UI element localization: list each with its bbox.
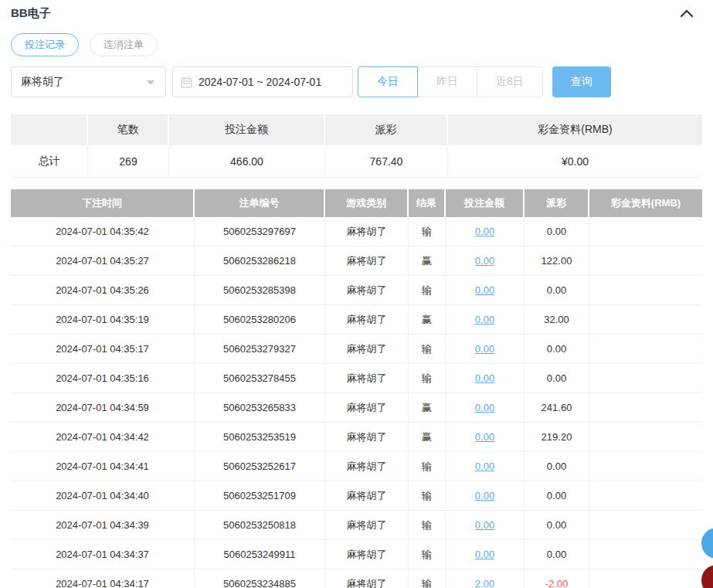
cell-bonus [589,276,702,305]
summary-header-bet-amount: 投注金额 [169,114,325,145]
cell-bonus [589,540,702,569]
cell-order-id: 5060253286218 [195,246,325,276]
date-range-value: 2024-07-01 ~ 2024-07-01 [199,76,321,88]
table-row: 2024-07-01 04:34:37 5060253249911 麻将胡了 输… [11,540,702,569]
summary-header-payout: 派彩 [325,114,448,145]
bet-amount-link[interactable]: 0.00 [475,314,494,325]
tab-bet-records[interactable]: 投注记录 [11,33,79,56]
cell-payout: 0.00 [525,511,589,540]
range-last8days-button[interactable]: 近8日 [477,66,543,97]
tab-cancelled-orders[interactable]: 连消注单 [90,33,158,56]
cell-bet-time: 2024-07-01 04:34:39 [11,511,195,540]
range-yesterday-button[interactable]: 昨日 [417,66,477,97]
cell-order-id: 5060253251709 [195,481,325,511]
cell-bet-time: 2024-07-01 04:34:59 [11,393,195,423]
search-button[interactable]: 查询 [552,66,611,97]
cell-game-type: 麻将胡了 [325,217,409,246]
header-game-type: 游戏类别 [325,189,409,217]
cell-result: 输 [409,511,446,540]
header-bonus: 彩金资料(RMB) [589,189,702,217]
cell-bet-time: 2024-07-01 04:34:17 [11,569,195,588]
cell-payout: 0.00 [525,540,589,569]
cell-order-id: 5060253250818 [195,511,325,540]
range-today-button[interactable]: 今日 [358,66,418,97]
cell-order-id: 5060253285398 [195,276,325,305]
cell-order-id: 5060253252617 [195,452,325,481]
record-type-tabs: 投注记录 连消注单 [11,33,702,56]
game-select[interactable]: 麻将胡了 [11,66,166,97]
summary-total-payout: 767.40 [325,145,448,178]
cell-bonus [589,305,702,335]
cell-game-type: 麻将胡了 [325,364,409,393]
bet-amount-link[interactable]: 0.00 [475,549,494,560]
page-title: BB电子 [11,6,51,21]
table-row: 2024-07-01 04:34:41 5060253252617 麻将胡了 输… [11,452,702,481]
cell-game-type: 麻将胡了 [325,569,409,588]
cell-bet-time: 2024-07-01 04:35:26 [11,276,195,305]
summary-total-bet-amount: 466.00 [169,145,325,178]
filter-toolbar: 麻将胡了 2024-07-01 ~ 2024-07-01 今日 昨日 近8日 查… [11,66,702,97]
cell-bonus [589,393,702,423]
cell-game-type: 麻将胡了 [325,393,409,423]
summary-header-row: 笔数 投注金额 派彩 彩金资料(RMB) [11,114,702,145]
panel-header: BB电子 [11,0,702,22]
cell-game-type: 麻将胡了 [325,305,409,335]
cell-result: 赢 [409,305,446,335]
table-row: 2024-07-01 04:34:17 5060253234885 麻将胡了 输… [11,569,702,588]
table-row: 2024-07-01 04:34:39 5060253250818 麻将胡了 输… [11,511,702,540]
records-header-row: 下注时间 注单编号 游戏类别 结果 投注金额 派彩 彩金资料(RMB) [11,189,702,217]
game-select-value: 麻将胡了 [21,75,64,89]
cell-order-id: 5060253234885 [195,569,325,588]
chevron-up-icon[interactable] [677,4,696,22]
cell-result: 输 [409,569,446,588]
cell-order-id: 5060253278455 [195,364,325,393]
cell-payout: 0.00 [525,452,589,481]
cell-game-type: 麻将胡了 [325,276,409,305]
cell-bonus [589,511,702,540]
bet-amount-link[interactable]: 0.00 [475,519,494,531]
summary-header-bonus: 彩金资料(RMB) [448,114,702,145]
table-row: 2024-07-01 04:34:42 5060253253519 麻将胡了 赢… [11,423,702,452]
records-body: 2024-07-01 04:35:42 5060253297697 麻将胡了 输… [11,217,702,588]
cell-payout: 0.00 [525,481,589,511]
bet-amount-link[interactable]: 0.00 [475,226,494,237]
cell-bonus [589,481,702,511]
bet-amount-link[interactable]: 0.00 [475,490,494,501]
table-row: 2024-07-01 04:35:19 5060253280206 麻将胡了 赢… [11,305,702,335]
cell-payout: 0.00 [525,276,589,305]
table-row: 2024-07-01 04:34:40 5060253251709 麻将胡了 输… [11,481,702,511]
table-row: 2024-07-01 04:35:42 5060253297697 麻将胡了 输… [11,217,702,246]
cell-bet-time: 2024-07-01 04:35:42 [11,217,195,246]
bet-amount-link[interactable]: 0.00 [475,343,494,355]
cell-result: 输 [409,452,446,481]
table-row: 2024-07-01 04:35:27 5060253286218 麻将胡了 赢… [11,246,702,276]
cell-payout: -2.00 [525,569,589,588]
cell-bet-time: 2024-07-01 04:34:41 [11,452,195,481]
cell-result: 输 [409,540,446,569]
date-range-input[interactable]: 2024-07-01 ~ 2024-07-01 [172,66,353,97]
cell-bet-time: 2024-07-01 04:35:27 [11,246,195,276]
cell-game-type: 麻将胡了 [325,481,409,511]
cell-bet-time: 2024-07-01 04:35:16 [11,364,195,393]
cell-game-type: 麻将胡了 [325,452,409,481]
bet-amount-link[interactable]: 0.00 [475,431,494,443]
cell-payout: 0.00 [525,364,589,393]
summary-header-empty [11,114,88,145]
cell-bonus [589,217,702,246]
table-row: 2024-07-01 04:34:59 5060253265833 麻将胡了 赢… [11,393,702,423]
bet-amount-link[interactable]: 0.00 [475,402,494,413]
bet-amount-link[interactable]: 0.00 [475,255,494,267]
cell-result: 输 [409,217,446,246]
cell-result: 赢 [409,423,446,452]
cell-game-type: 麻将胡了 [325,511,409,540]
bet-amount-link[interactable]: 2.00 [475,578,494,588]
bet-amount-link[interactable]: 0.00 [475,372,494,384]
records-table: 下注时间 注单编号 游戏类别 结果 投注金额 派彩 彩金资料(RMB) 2024… [11,189,702,588]
bet-amount-link[interactable]: 0.00 [475,461,494,472]
bet-amount-link[interactable]: 0.00 [475,284,494,296]
calendar-icon [181,76,192,88]
cell-payout: 241.60 [525,393,589,423]
cell-order-id: 5060253265833 [195,393,325,423]
cell-result: 输 [409,335,446,364]
cell-bonus [589,569,702,588]
